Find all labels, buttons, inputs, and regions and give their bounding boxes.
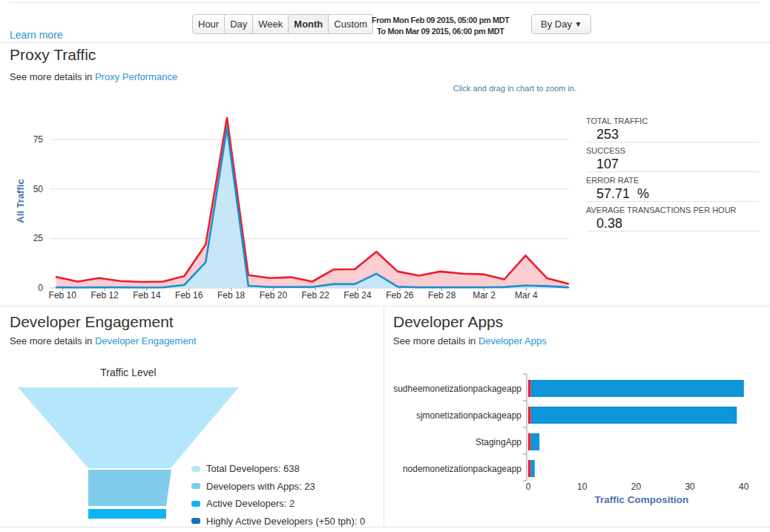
proxy-traffic-chart[interactable]: 0255075Feb 10Feb 12Feb 14Feb 16Feb 18Feb…: [0, 96, 579, 308]
by-day-label: By Day: [541, 19, 572, 30]
x-tick-label: 0: [526, 482, 531, 492]
y-tick-label: 0: [38, 283, 43, 293]
x-tick-label: Feb 24: [343, 290, 372, 301]
bar-error: [528, 380, 531, 397]
x-tick-label: Feb 18: [217, 290, 246, 301]
engagement-details-line: See more details in Developer Engagement: [10, 335, 197, 347]
bar-error: [528, 407, 531, 424]
x-tick-label: Feb 16: [175, 290, 203, 301]
range-button-custom[interactable]: Custom: [329, 14, 373, 34]
bar-label: StagingApp: [476, 437, 521, 447]
legend-label: Total Developers: 638: [206, 463, 300, 474]
stat-label: ERROR RATE: [586, 176, 759, 185]
traffic-stats-panel: TOTAL TRAFFIC253SUCCESS107ERROR RATE57.7…: [586, 113, 759, 231]
bar-label: sjmonetizationpackageapp: [416, 410, 521, 421]
area-all-traffic: [56, 118, 568, 288]
line-success: [56, 128, 568, 287]
x-tick-label: Feb 20: [260, 290, 288, 301]
topbar-divider: [0, 42, 770, 43]
caret-down-icon: ▼: [575, 20, 582, 28]
x-tick-label: Feb 14: [133, 290, 161, 301]
stat-label: TOTAL TRAFFIC: [586, 116, 759, 125]
legend-item: Active Developers: 2: [191, 495, 365, 513]
y-axis-title: All Traffic: [15, 179, 26, 223]
x-tick-label: Feb 12: [91, 290, 119, 301]
stat-value: 107: [586, 157, 759, 172]
proxy-details-line: See more details in Proxy Performance: [10, 71, 177, 82]
mid-divider: [0, 306, 770, 306]
developer-apps-link[interactable]: Developer Apps: [478, 335, 547, 347]
x-tick-label: Mar 4: [515, 290, 538, 301]
bar-success: [531, 407, 737, 424]
range-button-week[interactable]: Week: [253, 14, 289, 34]
bar-error: [528, 433, 531, 450]
area-success: [56, 128, 568, 288]
range-button-day[interactable]: Day: [225, 14, 253, 34]
bar-label: sudheemonetizationpackageapp: [393, 384, 521, 394]
bottom-divider: [0, 527, 770, 528]
date-from: From Mon Feb 09 2015, 05:00 pm MDT: [372, 15, 510, 26]
x-tick-label: 30: [685, 482, 695, 492]
date-range: From Mon Feb 09 2015, 05:00 pm MDT To Mo…: [372, 15, 510, 37]
stat-label: AVERAGE TRANSACTIONS PER HOUR: [586, 206, 759, 214]
bar-success: [530, 460, 535, 477]
range-button-hour[interactable]: Hour: [192, 14, 225, 34]
bottom-section-divider: [384, 306, 384, 527]
developer-apps-title: Developer Apps: [393, 313, 503, 331]
funnel-segment-1: [88, 470, 171, 506]
x-tick-label: 10: [577, 482, 588, 492]
by-day-dropdown[interactable]: By Day ▼: [531, 14, 591, 34]
legend-label: Highly Active Developers (+50 tph): 0: [206, 516, 365, 527]
developer-engagement-title: Developer Engagement: [10, 313, 174, 331]
learn-more-link[interactable]: Learn more: [10, 29, 63, 41]
x-axis-title: Traffic Composition: [595, 494, 689, 505]
top-hairline: [10, 2, 760, 3]
funnel-segment-0: [18, 387, 239, 468]
legend-swatch-icon: [191, 483, 200, 489]
apps-details-line: See more details in Developer Apps: [393, 335, 547, 347]
funnel-segment-2: [88, 509, 166, 519]
x-tick-label: Feb 28: [428, 290, 456, 301]
developer-apps-chart: sudheemonetizationpackageappsjmonetizati…: [386, 367, 770, 512]
bar-error: [528, 460, 530, 477]
y-tick-label: 75: [33, 134, 44, 145]
funnel-chart-title: Traffic Level: [54, 367, 203, 378]
stat-error-rate: ERROR RATE57.71 %: [586, 172, 759, 202]
legend-item: Developers with Apps: 23: [191, 478, 365, 496]
legend-label: Active Developers: 2: [206, 498, 294, 509]
proxy-traffic-title: Proxy Traffic: [10, 46, 96, 64]
apps-details-prefix: See more details in: [393, 335, 476, 347]
x-tick-label: 40: [739, 482, 749, 492]
legend-swatch-icon: [191, 501, 200, 507]
funnel-legend: Total Developers: 638Developers with App…: [191, 460, 365, 530]
y-tick-label: 25: [33, 233, 44, 243]
legend-item: Highly Active Developers (+50 tph): 0: [191, 513, 365, 531]
bar-success: [531, 380, 744, 397]
date-to: To Mon Mar 09 2015, 06:00 pm MDT: [372, 26, 510, 37]
legend-label: Developers with Apps: 23: [206, 481, 315, 492]
bar-label: nodemonetizationpackageapp: [403, 464, 521, 474]
proxy-details-prefix: See more details in: [10, 71, 92, 82]
y-tick-label: 50: [33, 184, 44, 194]
zoom-hint: Click and drag in chart to zoom in.: [393, 84, 576, 93]
stat-value: 0.38: [586, 216, 759, 231]
time-range-button-group: HourDayWeekMonthCustom: [192, 14, 373, 34]
stat-success: SUCCESS107: [586, 142, 759, 172]
stat-value: 253: [586, 127, 759, 142]
x-tick-label: Mar 2: [473, 290, 496, 301]
range-button-month[interactable]: Month: [289, 14, 329, 34]
engagement-details-prefix: See more details in: [10, 335, 92, 347]
legend-item: Total Developers: 638: [191, 460, 365, 478]
stat-label: SUCCESS: [586, 146, 759, 155]
legend-swatch-icon: [191, 518, 200, 524]
x-tick-label: 20: [631, 482, 642, 492]
stat-value: 57.71 %: [586, 186, 759, 202]
developer-engagement-link[interactable]: Developer Engagement: [95, 335, 197, 347]
stat-total-traffic: TOTAL TRAFFIC253: [586, 113, 759, 142]
proxy-performance-link[interactable]: Proxy Performance: [95, 71, 177, 82]
x-tick-label: Feb 10: [49, 290, 77, 301]
x-tick-label: Feb 22: [302, 290, 330, 301]
legend-swatch-icon: [191, 466, 200, 472]
line-all-traffic: [56, 118, 568, 284]
x-tick-label: Feb 26: [386, 290, 414, 301]
